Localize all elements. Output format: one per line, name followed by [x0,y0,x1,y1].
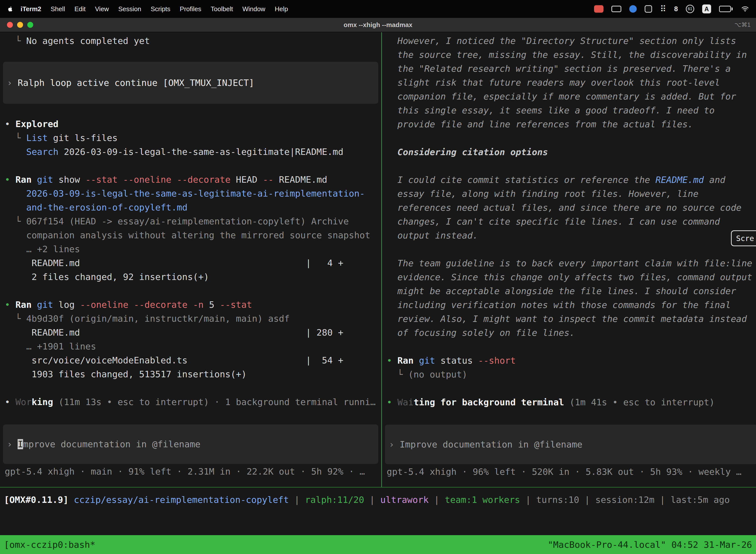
terminal-line: src/voice/voiceModeEnabled.ts | 54 + [5,353,381,367]
screen-share-overlay-button[interactable]: Scre [731,230,756,246]
minimize-button[interactable] [17,22,23,28]
terminal-line: Considering citation options [387,145,756,159]
terminal-window: └ No agents completed yet › Ralph loop a… [0,32,756,554]
terminal-line: • Working (11m 13s • esc to interrupt) ·… [5,395,381,409]
terminal-line: companion analysis without altering the … [5,228,381,242]
dark-app-icon[interactable] [645,5,652,13]
terminal-line: essay file, along with finding root file… [387,187,756,201]
menu-status-icons: ⠿ 8 61 A [594,4,750,13]
screen-record-icon[interactable] [594,5,604,13]
traffic-lights [0,22,33,28]
terminal-line [387,242,756,257]
terminal-line: 2 files changed, 92 insertions(+) [5,270,381,284]
status-segment: | [364,495,380,505]
tmux-host-clock: "MacBook-Pro-44.local" 04:52 31-Mar-26 [548,540,752,550]
app-grid-icon[interactable]: ⠿ [660,5,666,13]
terminal-line: evidence. Since this change only affects… [387,270,756,284]
terminal-line [387,159,756,173]
input-text: Improve documentation in @filename [399,439,582,449]
right-pane-reasoning-lines: However, I noticed the "Directory Struct… [387,34,756,409]
terminal-line: companion file, especially if more comme… [387,90,756,104]
status-segment: ralph:11/20 [305,495,364,505]
battery-nub [732,7,733,10]
macos-menu-bar: iTerm2 Shell Edit View Session Scripts P… [0,0,756,18]
input-text: mprove documentation in @filename [23,439,200,449]
prompt-chevron: › [7,78,18,88]
wifi-icon[interactable] [741,5,750,13]
overlay-label: Scre [736,234,754,243]
terminal-line: • Explored [5,117,381,131]
status-segment: | [289,495,305,505]
terminal-line: … +2 lines [5,242,381,256]
terminal-line: README.md | 280 + [5,326,381,340]
terminal-line: output instead. [387,229,756,242]
terminal-line: • Ran git log --oneline --decorate -n 5 … [5,298,381,312]
left-model-status-line: gpt-5.4 xhigh · main · 91% left · 2.31M … [5,465,381,479]
terminal-line: including verification notes with those … [387,298,756,312]
menu-item-help[interactable]: Help [270,5,293,13]
menu-item-toolbelt[interactable]: Toolbelt [206,5,238,13]
key-8-icon[interactable]: 8 [674,5,678,13]
terminal-line: Search 2026-03-09-is-legal-the-same-as-l… [5,145,381,159]
window-shortcut-badge: ⌥⌘1 [735,21,756,28]
tmux-panes: └ No agents completed yet › Ralph loop a… [0,32,756,487]
terminal-line: and-the-erosion-of-copyleft.md [5,201,381,214]
status-segment: | [654,495,671,505]
terminal-line: references need actual files, and since … [387,201,756,215]
terminal-line: └ List git ls-files [5,131,381,145]
zoom-button[interactable] [27,22,33,28]
meter-61-icon[interactable]: 61 [686,5,694,13]
terminal-line: review. Also, I might want to inspect th… [387,312,756,326]
tmux-status-bar: [omx-cczip0:bash* "MacBook-Pro-44.local"… [0,535,756,554]
terminal-line [387,131,756,145]
blue-app-icon[interactable] [629,5,637,13]
left-terminal-pane[interactable]: └ No agents completed yet › Ralph loop a… [0,32,381,487]
status-segment: | [429,495,445,505]
menu-item-view[interactable]: View [90,5,114,13]
input-source-icon[interactable]: A [702,4,711,13]
terminal-line: … +1901 lines [5,340,381,353]
battery-icon[interactable] [719,6,733,12]
right-prompt-input[interactable]: › Improve documentation in @filename [385,425,756,464]
terminal-line: provide file and line references from th… [387,117,756,131]
tmux-session-name: [omx-cczip0:bash* [4,540,95,550]
terminal-line: └ 4b9d30f (origin/main, instructkr/main,… [5,312,381,326]
terminal-line: might be acceptable alongside the file l… [387,284,756,298]
apple-menu-icon[interactable] [6,4,14,14]
text-cursor: I [18,439,23,449]
status-segment: ultrawork [380,495,429,505]
status-segment: cczip/essay/ai-reimplementation-copyleft [74,495,289,505]
terminal-line: this single essay, it seems like a good … [387,104,756,117]
terminal-line [5,284,381,298]
terminal-line: the source tree, missing the essay. Stil… [387,48,756,62]
menu-item-shell[interactable]: Shell [46,5,70,13]
menu-item-profiles[interactable]: Profiles [175,5,206,13]
window-title: omx --xhigh --madmax [0,21,756,29]
status-segment: last:5m ago [671,495,730,505]
close-button[interactable] [7,22,13,28]
keyboard-icon[interactable] [611,6,621,12]
terminal-line: I could cite commit statistics or refere… [387,173,756,187]
terminal-line [5,381,381,395]
inject-text: Ralph loop active continue [OMX_TMUX_INJ… [18,78,254,88]
menu-item-window[interactable]: Window [238,5,270,13]
battery-body [719,6,731,12]
menu-item-scripts[interactable]: Scripts [146,5,175,13]
terminal-line: • Ran git show --stat --oneline --decora… [5,173,381,187]
right-model-status-line: gpt-5.4 xhigh · 96% left · 520K in · 5.8… [387,465,756,479]
left-pane-top-lines: └ No agents completed yet [5,34,381,48]
terminal-line: └ (no output) [387,368,756,382]
right-terminal-pane[interactable]: However, I noticed the "Directory Struct… [382,32,756,487]
terminal-line: README.md | 4 + [5,256,381,270]
left-prompt-input[interactable]: › Improve documentation in @filename [3,425,378,464]
menu-item-iterm2[interactable]: iTerm2 [16,5,46,13]
terminal-line: changes, I can't cite specific file line… [387,215,756,229]
terminal-line [387,382,756,395]
menu-item-edit[interactable]: Edit [70,5,90,13]
pane-bottom-border [0,487,756,488]
terminal-line [387,340,756,354]
status-segment: session:12m [595,495,654,505]
menu-item-session[interactable]: Session [114,5,146,13]
menu-items: iTerm2 Shell Edit View Session Scripts P… [6,4,293,14]
left-pane-log-lines: • Explored └ List git ls-files Search 20… [5,117,381,409]
